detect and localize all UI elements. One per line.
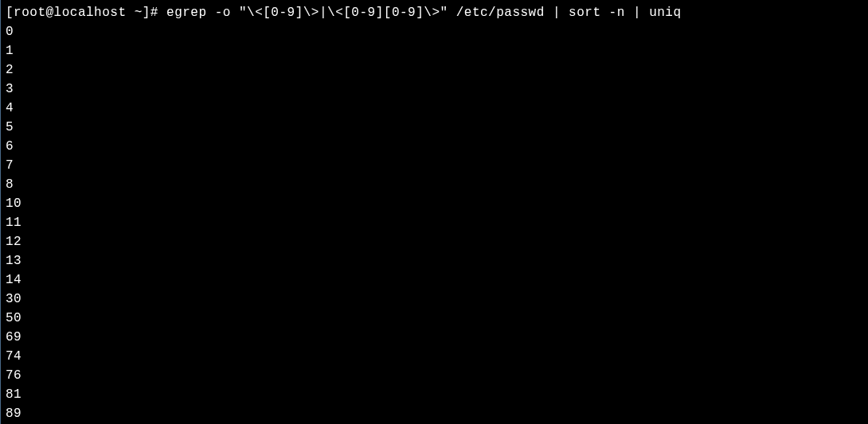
output-line: 69: [6, 328, 863, 347]
output-line: 12: [6, 232, 863, 251]
output-line: 3: [6, 80, 863, 99]
output-line: 4: [6, 99, 863, 118]
output-line: 76: [6, 366, 863, 385]
output-line: 6: [6, 137, 863, 156]
output-line: 74: [6, 347, 863, 366]
output-line: 2: [6, 60, 863, 80]
command-line[interactable]: [root@localhost ~]# egrep -o "\<[0-9]\>|…: [6, 3, 863, 22]
output-line: 10: [6, 194, 863, 213]
output-line: 13: [6, 251, 863, 270]
output-line: 8: [6, 175, 863, 194]
command-text: egrep -o "\<[0-9]\>|\<[0-9][0-9]\>" /etc…: [166, 6, 682, 20]
output-line: 1: [6, 41, 863, 60]
output-line: 50: [6, 309, 863, 328]
output-line: 0: [6, 22, 863, 41]
output-line: 7: [6, 156, 863, 175]
output-line: 11: [6, 213, 863, 232]
output-line: 5: [6, 118, 863, 137]
output-line: 30: [6, 290, 863, 309]
shell-prompt: [root@localhost ~]#: [6, 6, 166, 20]
output-line: 89: [6, 404, 863, 423]
output-line: 81: [6, 385, 863, 404]
output-line: 14: [6, 270, 863, 290]
